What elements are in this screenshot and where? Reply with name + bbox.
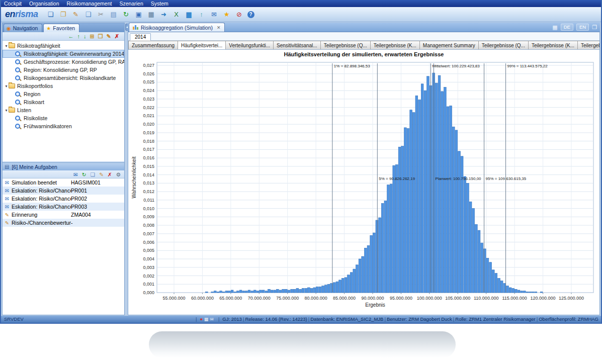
move-down-icon[interactable]: ↓ [83, 33, 87, 40]
move-left-icon[interactable]: ← [68, 33, 73, 40]
task-open-icon[interactable]: ❏ [91, 171, 95, 177]
detach-window-icon[interactable]: ❐ [592, 24, 597, 31]
subtab-management-summary[interactable]: Management Summary [420, 41, 479, 50]
task-row[interactable]: ✎Risiko-/Chancenbewertung- [3, 219, 124, 227]
favorite-star-icon[interactable]: ★ [222, 10, 231, 19]
task-row[interactable]: ✉Simulation beendetHAGSIM001 [3, 178, 124, 187]
tab-favoriten[interactable]: ★Favoriten [43, 24, 79, 32]
task-mail-icon[interactable]: ✉ [73, 171, 78, 177]
task-refresh-icon[interactable]: ↻ [82, 171, 87, 177]
tree-item-risikogesamtübersicht-risikolandkarte[interactable]: Risikogesamtübersicht: Risikolandkarte [3, 74, 124, 82]
subtab-teilergebnisse-q[interactable]: Teilergebnisse (Q... [479, 41, 529, 50]
move-up-icon[interactable]: ↑ [77, 33, 80, 40]
window-shadow [149, 331, 456, 358]
tree-item-risikotragfähigkeit-gewinnerwartung-2014[interactable]: Risikotragfähigkeit: Gewinnerwartung 201… [3, 50, 124, 58]
tab-navigation[interactable]: ◉Navigation [4, 24, 42, 32]
histogram-bar [333, 283, 335, 293]
delete-favorite-icon[interactable]: ✗ [115, 33, 119, 40]
export-icon[interactable]: ➜ [159, 10, 168, 19]
menu-szenarien[interactable]: Szenarien [119, 1, 143, 7]
histogram-bar [452, 127, 455, 293]
histogram-bar [521, 291, 523, 293]
add-favorite-icon[interactable]: ⊞ [90, 33, 94, 40]
x-tick-label: 95.000.000 [390, 296, 412, 301]
x-tick-label: 85.000.000 [333, 296, 356, 301]
tree-item-frühwarnindikatoren[interactable]: Frühwarnindikatoren [3, 122, 124, 130]
cut-icon[interactable]: ✂ [97, 10, 106, 19]
subtab-teilergebnisse-q[interactable]: Teilergebnisse (Q... [321, 41, 371, 50]
subtab-teilergebnisse-k[interactable]: Teilergebnisse (K... [529, 41, 578, 50]
marker-label: 1% = 82.898.346,53 [334, 64, 370, 68]
y-tick-label: 0,019 [143, 130, 154, 135]
tree-item-region-konsolidierung-gp-rp[interactable]: Region: Konsolidierung GP, RP [3, 66, 124, 74]
task-row[interactable]: ✉Eskalation: Risiko/ChancePR002 [3, 195, 124, 203]
menu-organisation[interactable]: Organisation [29, 1, 59, 7]
subtab-zusammenfassung[interactable]: Zusammenfassung [128, 41, 178, 50]
reminder-icon: ✎ [3, 220, 12, 226]
tab-risikoaggregation-simulation[interactable]: Risikoaggregation (Simulation) ✕ [129, 23, 225, 32]
refresh-icon[interactable]: ↻ [122, 10, 131, 19]
stop-icon[interactable]: ⊘ [235, 10, 244, 19]
print-icon[interactable]: ▦ [147, 10, 156, 19]
subtab-verteilungsfunkti[interactable]: Verteilungsfunkti... [226, 41, 274, 50]
status-mail-icon[interactable]: ✉ [210, 317, 214, 322]
histogram-bar [285, 289, 288, 293]
edit-icon[interactable]: ✎ [71, 10, 80, 19]
histogram-bar [469, 202, 472, 293]
histogram-bar [481, 243, 483, 293]
tab-year-2014[interactable]: 2014 [130, 33, 151, 41]
layout-icon[interactable]: ▦ [552, 24, 557, 31]
subtab-sensitivitätsanal[interactable]: Sensitivitätsanal... [274, 41, 321, 50]
task-row[interactable]: ✎ErinnerungZMA004 [3, 211, 124, 219]
logo-text: en [5, 9, 15, 19]
new-document-icon[interactable]: ❏ [46, 10, 55, 19]
tasks-header-label: [6] Meine Aufgaben [12, 164, 57, 170]
task-edit-icon[interactable]: ✎ [99, 171, 104, 177]
tree-item-risikoportfolios[interactable]: ▾Risikoportfolios [3, 82, 124, 90]
status-save-icon[interactable]: ▦ [204, 317, 209, 322]
histogram-bar [447, 107, 449, 293]
favorites-star-icon: ★ [46, 26, 51, 31]
copy-icon[interactable]: ❑ [84, 10, 93, 19]
histogram-bar [296, 289, 299, 293]
menu-cockpit[interactable]: Cockpit [4, 1, 22, 7]
menu-risikomanagement[interactable]: Risikomanagement [67, 1, 112, 7]
menu-system[interactable]: System [151, 1, 168, 7]
help-icon[interactable]: ? [247, 11, 254, 18]
task-row[interactable]: ✉Eskalation: Risiko/ChancePR001 [3, 187, 124, 195]
histogram-bar [302, 289, 304, 293]
histogram-bar [418, 100, 421, 293]
subtab-teilergebnisse-q[interactable]: Teilergebnisse (Q... [578, 41, 599, 50]
x-tick-label: 100.000.000 [417, 296, 442, 301]
status-error-icon[interactable]: ● [200, 317, 202, 322]
edit-favorite-icon[interactable]: ✎ [107, 33, 111, 40]
histogram-bar [253, 290, 256, 293]
mail-icon[interactable]: ✉ [210, 10, 219, 19]
close-tab-icon[interactable]: ✕ [217, 25, 221, 30]
y-tick-label: 0,027 [143, 63, 154, 68]
tree-item-listen[interactable]: ▾Listen [3, 106, 124, 114]
upload-icon[interactable]: ↑ [197, 10, 206, 19]
tree-item-risikoliste[interactable]: Risikoliste [3, 114, 124, 122]
tree-item-geschäftsprozesse-konsolidierung-gp-ra[interactable]: Geschäftsprozesse: Konsolidierung GP, RA [3, 58, 124, 66]
task-row[interactable]: ✉Eskalation: Risiko/ChancePR003 [3, 203, 124, 211]
tree-item-region[interactable]: Region [3, 90, 124, 98]
tree-item-risikoart[interactable]: Risikoart [3, 98, 124, 106]
save-icon[interactable]: ▣ [134, 10, 143, 19]
subtab-teilergebnisse-k[interactable]: Teilergebnisse (K... [371, 41, 420, 50]
tree-item-label: Listen [17, 107, 31, 113]
chart-icon[interactable]: ▆ [185, 10, 194, 19]
histogram-bar [393, 165, 395, 293]
task-delete-icon[interactable]: ✗ [108, 171, 112, 177]
task-settings-icon[interactable]: ⚙ [116, 171, 121, 177]
add-folder-icon[interactable]: ❐ [98, 33, 103, 40]
tree-item-risikotragfähigkeit[interactable]: ▾Risikotragfähigkeit [3, 42, 124, 50]
excel-export-icon[interactable]: X [172, 10, 181, 19]
histogram-bar [325, 285, 327, 293]
histogram-bar [353, 269, 356, 293]
language-de-button[interactable]: DE [561, 24, 573, 31]
open-folder-icon[interactable]: ❐ [59, 10, 68, 19]
paste-icon[interactable]: ▤ [109, 10, 118, 19]
subtab-häufigkeitsvertei[interactable]: Häufigkeitsvertei... [178, 41, 226, 50]
language-en-button[interactable]: EN [576, 24, 589, 31]
